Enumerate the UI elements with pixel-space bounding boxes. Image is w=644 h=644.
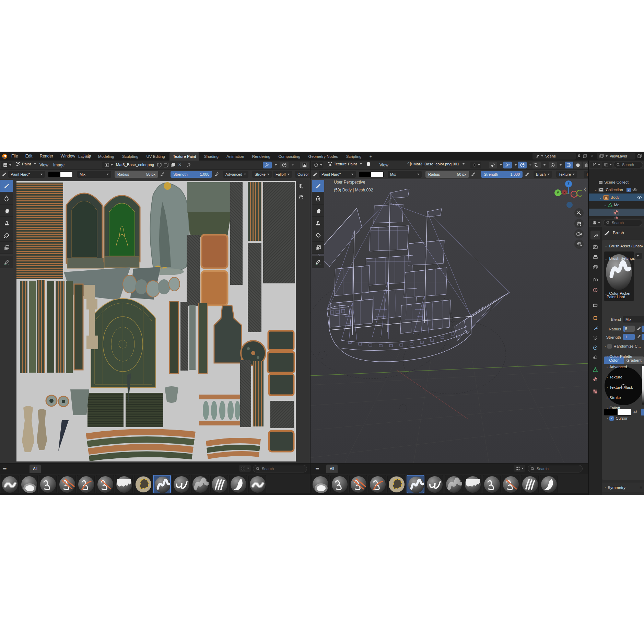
brush-thumbnail-slash-s[interactable]: [77, 475, 95, 493]
falloff-popover[interactable]: Falloff: [273, 171, 292, 178]
tab-rendering[interactable]: Rendering: [249, 152, 274, 161]
outliner-row-material-1[interactable]: [589, 209, 644, 216]
primary-color-swatch[interactable]: [48, 172, 60, 177]
blend-mode-selector[interactable]: Mix: [77, 171, 111, 178]
brush-thumbnail-drips[interactable]: [115, 475, 133, 493]
randomize-checkbox[interactable]: [607, 344, 612, 349]
tab-animation[interactable]: Animation: [223, 152, 247, 161]
outliner-filter-button[interactable]: [602, 162, 612, 168]
outliner-search-input[interactable]: Search: [613, 162, 643, 168]
draw-tool-button[interactable]: [0, 180, 13, 192]
strength-pressure-icon[interactable]: [524, 172, 529, 177]
gradient-tool-button[interactable]: [312, 242, 324, 254]
cursor-checkbox[interactable]: ✓: [609, 416, 614, 421]
brush-selector[interactable]: Paint Hard*: [319, 171, 356, 178]
cursor-popover[interactable]: Cursor: [295, 171, 311, 178]
fill-tool-button[interactable]: [312, 229, 324, 242]
brush-thumbnail-paint-hard[interactable]: [153, 475, 171, 493]
pressure-icon[interactable]: [636, 334, 641, 339]
overlays-toggle-icon[interactable]: [549, 162, 557, 168]
chevron-down-icon[interactable]: [500, 164, 502, 166]
proportional-falloff-icon[interactable]: [280, 162, 289, 168]
add-workspace-button[interactable]: +: [366, 152, 375, 161]
brush-thumbnail-slash1[interactable]: [502, 475, 519, 493]
brush-thumbnail-slash-s[interactable]: [368, 475, 386, 493]
gradient-tool-button[interactable]: [0, 242, 13, 254]
properties-tab-particles[interactable]: [590, 333, 600, 342]
blender-logo-icon[interactable]: [2, 153, 8, 159]
falloff-panel-header[interactable]: ›Falloff: [607, 404, 643, 412]
pack-image-icon[interactable]: [171, 163, 175, 167]
pan-overlay-button[interactable]: [296, 192, 306, 201]
blend-mode-selector[interactable]: Mix: [388, 171, 422, 178]
image-editor-canvas[interactable]: [0, 179, 310, 463]
pressure-icon[interactable]: [636, 326, 641, 331]
brush-thumbnail-scribble[interactable]: [330, 475, 348, 493]
properties-search-input[interactable]: Search: [603, 220, 642, 226]
outliner-row-mesh[interactable]: ⌄ Me: [589, 201, 644, 209]
tab-compositing[interactable]: Compositing: [275, 152, 304, 161]
brush-settings-panel-header[interactable]: ⌄ Brush Settings: [605, 254, 643, 262]
tab-sculpting[interactable]: Sculpting: [119, 152, 142, 161]
properties-tab-modifiers[interactable]: [590, 324, 600, 333]
brush-thumbnail-squiggle-blur[interactable]: [191, 475, 209, 493]
stroke-panel-header[interactable]: ›Stroke: [607, 394, 643, 402]
chevron-down-icon[interactable]: [529, 164, 531, 166]
menu-view[interactable]: View: [376, 161, 391, 170]
properties-tab-material[interactable]: [590, 375, 600, 384]
snap-toggle-icon[interactable]: [263, 162, 272, 168]
radius-texture-toggle[interactable]: [642, 326, 644, 332]
tab-uv-editing[interactable]: UV Editing: [143, 152, 168, 161]
radius-slider[interactable]: Radius 50 px: [425, 171, 469, 178]
fill-tool-button[interactable]: [0, 229, 13, 242]
brush-display-button[interactable]: [470, 162, 481, 168]
strength-pressure-icon[interactable]: [213, 172, 219, 177]
panel-drag-icon[interactable]: =: [640, 485, 642, 490]
properties-tab-collection[interactable]: [590, 301, 600, 309]
pin-image-icon[interactable]: [187, 163, 191, 167]
cursor-panel-header[interactable]: ›✓Cursor: [607, 414, 643, 422]
brush-thumbnail-wave[interactable]: [229, 475, 247, 493]
chevron-down-icon[interactable]: [515, 164, 517, 166]
properties-tab-viewlayer[interactable]: [590, 263, 600, 272]
menu-file[interactable]: File: [8, 152, 21, 161]
navigation-gizmo[interactable]: Z Y X: [549, 179, 582, 212]
zoom-overlay-button[interactable]: [574, 208, 584, 218]
brush-thumbnail-squiggle-soft[interactable]: [248, 475, 266, 493]
color-picker-panel-header[interactable]: ⌄ Color Picker: [605, 289, 643, 297]
properties-tab-physics[interactable]: [590, 343, 600, 352]
brush-thumbnail-slash2[interactable]: [58, 475, 76, 493]
properties-tab-scene[interactable]: [590, 275, 600, 284]
brush-thumbnail-scribble[interactable]: [483, 475, 501, 493]
menu-image[interactable]: Image: [50, 161, 68, 170]
mask-display-icon[interactable]: [300, 162, 309, 168]
brush-thumbnail-lasso[interactable]: [387, 475, 405, 493]
advanced-popover[interactable]: Advanced: [223, 171, 248, 178]
outliner-row-material-2[interactable]: [589, 216, 644, 219]
randomize-panel-header[interactable]: › Randomize C...: [605, 342, 643, 350]
shading-wireframe-icon[interactable]: [565, 162, 573, 168]
shading-solid-icon[interactable]: [574, 162, 582, 168]
image-name[interactable]: Mat3_Base_color.png: [116, 163, 154, 167]
smear-tool-button[interactable]: [312, 204, 324, 217]
collection-checkbox[interactable]: ✓: [627, 188, 631, 192]
clone-tool-button[interactable]: [0, 217, 13, 229]
blend-selector[interactable]: Mix: [623, 316, 644, 323]
delete-scene-icon[interactable]: ✕: [590, 154, 594, 158]
brush-thumbnail-ul[interactable]: [172, 475, 190, 493]
expand-chevron-icon[interactable]: ⌄: [594, 188, 597, 192]
radius-slider[interactable]: Radius 50 px: [115, 171, 158, 178]
radius-slider[interactable]: 5: [623, 326, 635, 332]
shelf-display-button[interactable]: [239, 465, 251, 472]
smear-tool-button[interactable]: [0, 204, 13, 217]
properties-tab-render[interactable]: [590, 242, 600, 251]
texture-panel-header[interactable]: ›Texture: [607, 373, 643, 381]
properties-tab-output[interactable]: [590, 253, 600, 261]
shelf-search-input[interactable]: Search: [528, 465, 583, 472]
brush-popover[interactable]: Brush: [534, 171, 552, 178]
perspective-toggle-button[interactable]: [574, 239, 584, 249]
chevron-down-icon[interactable]: [560, 164, 562, 166]
brush-thumbnail-blob[interactable]: [311, 475, 329, 493]
new-viewlayer-icon[interactable]: [637, 154, 642, 158]
radius-pressure-icon[interactable]: [470, 172, 476, 177]
